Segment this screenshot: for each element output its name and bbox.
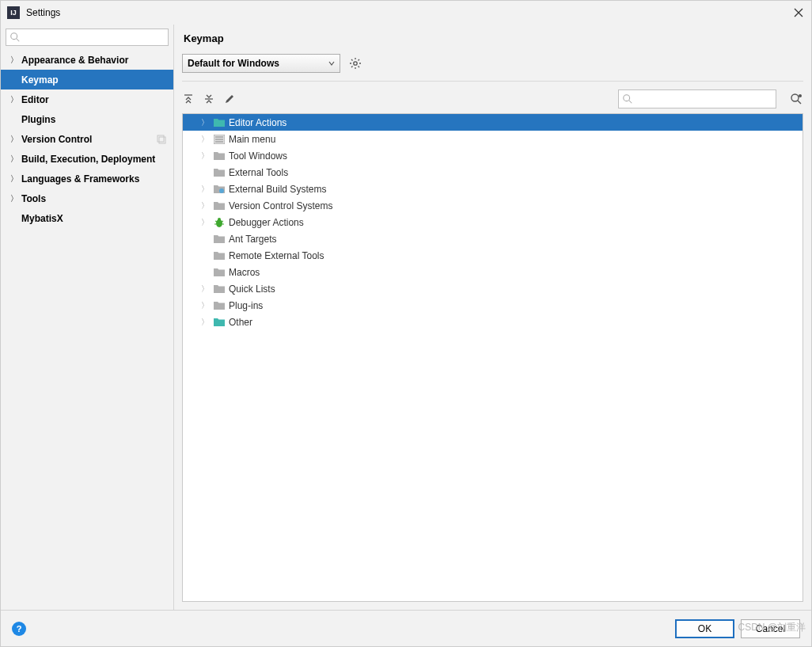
tree-row[interactable]: External Tools [183, 164, 803, 181]
svg-line-26 [215, 221, 217, 222]
chevron-right-icon: 〉 [200, 284, 210, 295]
toolbar [174, 86, 811, 112]
menu-icon [213, 133, 226, 146]
gear-icon[interactable] [348, 56, 362, 70]
svg-rect-3 [159, 137, 165, 143]
tool-icons [182, 93, 236, 105]
svg-point-30 [218, 218, 221, 221]
ok-button[interactable]: OK [675, 619, 734, 638]
svg-line-16 [629, 101, 632, 104]
sidebar-item[interactable]: MybatisX [1, 208, 173, 228]
expand-all-icon[interactable] [182, 93, 195, 105]
cancel-label: Cancel [756, 623, 785, 634]
svg-line-27 [222, 221, 223, 222]
svg-line-10 [359, 67, 360, 68]
tree-row-label: Main menu [229, 134, 275, 145]
sidebar-item-label: Editor [21, 94, 49, 105]
sidebar-item-label: Languages & Frameworks [21, 173, 139, 185]
tree-row[interactable]: 〉Version Control Systems [183, 197, 803, 214]
chevron-right-icon: 〉 [200, 200, 210, 211]
chevron-right-icon: 〉 [200, 134, 210, 145]
svg-point-17 [791, 94, 799, 101]
svg-point-24 [219, 188, 224, 193]
svg-point-4 [354, 62, 357, 65]
chevron-right-icon: 〉 [200, 117, 210, 128]
chevron-right-icon: 〉 [200, 217, 210, 228]
sidebar-item[interactable]: 〉Appearance & Behavior [1, 50, 173, 70]
sidebar-item[interactable]: 〉Editor [1, 89, 173, 109]
sidebar-search[interactable] [6, 29, 169, 46]
tree-row[interactable]: Ant Targets [183, 230, 803, 247]
tree-row-label: Plug-ins [229, 300, 263, 311]
folder-icon [213, 150, 226, 162]
ok-label: OK [698, 623, 711, 634]
tree-row[interactable]: Remote External Tools [183, 247, 803, 264]
tree-row[interactable]: 〉Tool Windows [183, 147, 803, 164]
sidebar-search-input[interactable] [22, 32, 165, 43]
scheme-dropdown[interactable]: Default for Windows [182, 54, 340, 73]
help-icon[interactable]: ? [12, 622, 26, 636]
tree-row-label: Editor Actions [229, 117, 286, 128]
find-by-shortcut-icon[interactable] [789, 92, 803, 106]
tree-row[interactable]: 〉Quick Lists [183, 280, 803, 297]
chevron-right-icon: 〉 [200, 150, 210, 162]
tree-row[interactable]: Macros [183, 264, 803, 280]
chevron-right-icon: 〉 [10, 154, 18, 165]
svg-point-19 [799, 94, 802, 97]
sidebar-item[interactable]: 〉Build, Execution, Deployment [1, 149, 173, 169]
folder-icon [213, 200, 226, 212]
folder-icon [213, 233, 226, 245]
tree-row-label: Quick Lists [229, 284, 275, 295]
scheme-row: Default for Windows [174, 51, 811, 76]
folder-icon [213, 299, 226, 312]
svg-line-18 [798, 101, 801, 104]
tree-row[interactable]: 〉Debugger Actions [183, 214, 803, 230]
page-title: Keymap [174, 25, 811, 51]
tree-row[interactable]: 〉Editor Actions [183, 114, 803, 131]
svg-line-12 [359, 59, 360, 61]
collapse-all-icon[interactable] [203, 93, 215, 105]
chevron-right-icon: 〉 [200, 184, 210, 195]
close-icon[interactable] [792, 6, 805, 19]
action-search[interactable] [618, 89, 776, 108]
svg-line-9 [351, 59, 353, 61]
tree-row-label: Other [229, 317, 252, 328]
divider [182, 81, 803, 82]
sidebar-item-label: Appearance & Behavior [21, 55, 128, 66]
sidebar-item[interactable]: 〉Languages & Frameworks [1, 169, 173, 188]
sidebar-item-label: Tools [21, 193, 46, 204]
chevron-down-icon [328, 59, 335, 68]
tree-row-label: Macros [229, 267, 260, 278]
tree-row[interactable]: 〉External Build Systems [183, 181, 803, 197]
chevron-right-icon: 〉 [10, 134, 18, 145]
sidebar-item[interactable]: 〉Version Control [1, 129, 173, 149]
sidebar-item-label: Version Control [21, 134, 92, 145]
sidebar-item[interactable]: Keymap [1, 70, 173, 89]
tree-row-label: Tool Windows [229, 150, 287, 162]
svg-rect-2 [157, 135, 164, 142]
tree-row-label: Version Control Systems [229, 200, 332, 211]
folder-teal-icon [213, 316, 226, 329]
chevron-right-icon: 〉 [10, 55, 18, 66]
action-search-input[interactable] [635, 93, 772, 105]
folder-icon [213, 266, 226, 279]
action-tree[interactable]: 〉Editor Actions〉Main menu〉Tool WindowsEx… [182, 113, 803, 602]
sidebar-item[interactable]: 〉Tools [1, 188, 173, 208]
tree-row[interactable]: 〉Main menu [183, 131, 803, 147]
svg-point-0 [11, 33, 17, 40]
tree-row-label: External Tools [229, 167, 288, 178]
folder-icon [213, 249, 226, 262]
sidebar-item-label: Plugins [21, 114, 55, 125]
tree-row[interactable]: 〉Other [183, 314, 803, 330]
cancel-button[interactable]: Cancel [741, 619, 800, 638]
sidebar-item[interactable]: Plugins [1, 109, 173, 129]
window-title: Settings [26, 7, 792, 18]
folder-teal-icon [213, 116, 226, 129]
chevron-right-icon: 〉 [200, 317, 210, 328]
chevron-right-icon: 〉 [200, 300, 210, 311]
edit-icon[interactable] [223, 93, 236, 105]
tree-row[interactable]: 〉Plug-ins [183, 297, 803, 314]
tree-row-label: Ant Targets [229, 234, 276, 245]
copy-icon [156, 134, 167, 145]
svg-line-1 [17, 39, 20, 42]
